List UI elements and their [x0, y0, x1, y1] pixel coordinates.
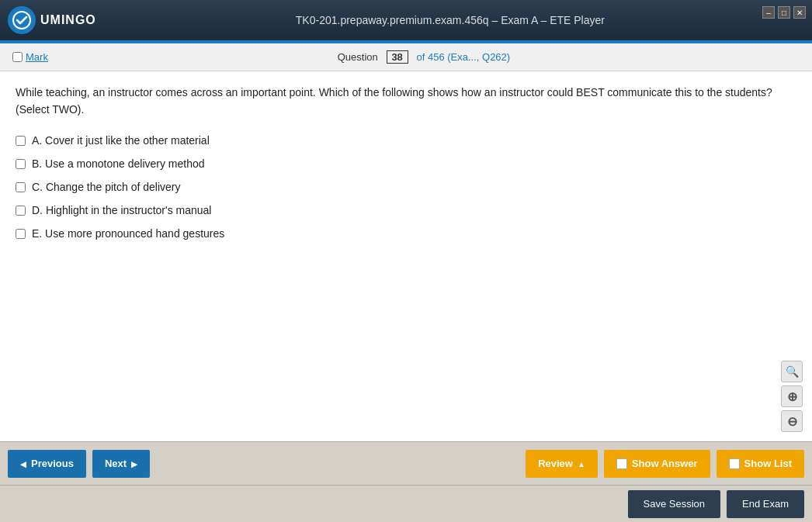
checkbox-e[interactable]: [16, 229, 26, 239]
option-c-label: C. Change the pitch of delivery: [32, 181, 180, 193]
logo-text: UMINGO: [40, 13, 96, 27]
question-number: 38: [387, 50, 408, 64]
show-list-label: Show List: [744, 458, 792, 469]
action-bar: Save Session End Exam: [0, 485, 812, 522]
previous-button[interactable]: Previous: [8, 450, 86, 478]
zoom-out-button[interactable]: ⊖: [781, 410, 803, 432]
option-d-label: D. Highlight in the instructor's manual: [32, 204, 211, 216]
question-info: Question 38 of 456 (Exa..., Q262): [48, 50, 800, 64]
show-list-checkbox-icon: [729, 458, 740, 469]
show-answer-button[interactable]: Show Answer: [604, 450, 710, 478]
option-d: D. Highlight in the instructor's manual: [16, 204, 796, 216]
option-b: B. Use a monotone delivery method: [16, 157, 796, 170]
search-button[interactable]: 🔍: [781, 361, 803, 382]
option-b-label: B. Use a monotone delivery method: [32, 157, 205, 170]
logo-icon: [8, 6, 36, 34]
show-answer-checkbox-icon: [616, 458, 627, 469]
zoom-controls: 🔍 ⊕ ⊖: [781, 361, 803, 432]
end-exam-label: End Exam: [742, 498, 789, 510]
logo-area: UMINGO: [8, 6, 96, 34]
title-bar: UMINGO TK0-201.prepaway.premium.exam.456…: [0, 0, 812, 40]
window-controls: – □ ✕: [762, 6, 806, 19]
maximize-button[interactable]: □: [778, 6, 790, 19]
show-list-button[interactable]: Show List: [717, 450, 804, 478]
option-a-label: A. Cover it just like the other material: [32, 134, 210, 147]
mark-area[interactable]: Mark: [12, 51, 48, 63]
svg-point-0: [13, 12, 30, 29]
zoom-in-button[interactable]: ⊕: [781, 385, 803, 407]
previous-arrow-icon: [20, 458, 26, 469]
nav-bar: Previous Next Review Show Answer Show Li…: [0, 441, 812, 485]
minimize-button[interactable]: –: [762, 6, 775, 19]
option-e: E. Use more pronounced hand gestures: [16, 227, 796, 240]
checkbox-a[interactable]: [16, 136, 26, 146]
option-c: C. Change the pitch of delivery: [16, 181, 796, 193]
option-e-label: E. Use more pronounced hand gestures: [32, 227, 224, 240]
option-a: A. Cover it just like the other material: [16, 134, 796, 147]
save-session-label: Save Session: [644, 498, 706, 510]
question-text: While teaching, an instructor comes acro…: [16, 84, 796, 119]
review-button[interactable]: Review: [526, 450, 598, 478]
main-content: While teaching, an instructor comes acro…: [0, 71, 812, 441]
question-label: Question: [338, 51, 378, 63]
previous-label: Previous: [31, 458, 74, 469]
checkbox-b[interactable]: [16, 159, 26, 169]
window-title: TK0-201.prepaway.premium.exam.456q – Exa…: [96, 14, 804, 26]
mark-checkbox[interactable]: [12, 52, 23, 62]
question-of: of 456 (Exa..., Q262): [416, 51, 510, 63]
next-arrow-icon: [131, 458, 137, 469]
show-answer-label: Show Answer: [632, 458, 698, 469]
end-exam-button[interactable]: End Exam: [727, 490, 804, 518]
question-header: Mark Question 38 of 456 (Exa..., Q262): [0, 43, 812, 71]
checkbox-d[interactable]: [16, 206, 26, 216]
mark-label: Mark: [26, 51, 48, 63]
next-label: Next: [105, 458, 127, 469]
checkbox-c[interactable]: [16, 182, 26, 192]
next-button[interactable]: Next: [92, 450, 150, 478]
save-session-button[interactable]: Save Session: [628, 490, 721, 518]
review-label: Review: [538, 458, 573, 469]
close-button[interactable]: ✕: [793, 6, 806, 19]
review-arrow-icon: [578, 458, 585, 469]
